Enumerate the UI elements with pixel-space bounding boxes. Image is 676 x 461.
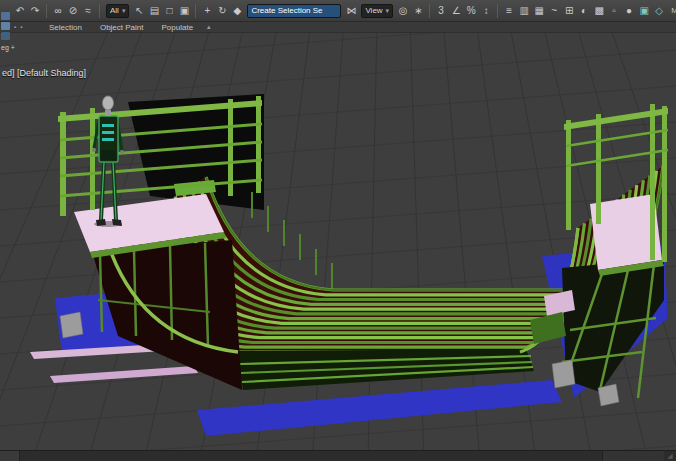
tab-object-paint[interactable]: Object Paint	[91, 22, 153, 33]
status-bar-right-segment	[602, 451, 664, 461]
ribbon-config-icon[interactable]: ▪	[20, 24, 22, 30]
spinner-snap-icon[interactable]: ↕	[479, 3, 493, 19]
left-dock-icon-3[interactable]	[1, 32, 10, 40]
schematic-view-icon[interactable]: ⊞	[562, 3, 576, 19]
render-setup-icon[interactable]: ▩	[592, 3, 606, 19]
ribbon-pin-icon[interactable]: ▪	[14, 24, 16, 30]
window-crossing-icon[interactable]: ▣	[177, 3, 191, 19]
toolbar-separator	[99, 4, 100, 18]
plugin-label: Max Tbx 2.0	[671, 6, 676, 15]
select-by-name-icon[interactable]: ▤	[147, 3, 161, 19]
toolbar-separator	[46, 4, 47, 18]
mirror-icon[interactable]: ⋈	[344, 3, 358, 19]
select-and-move-icon[interactable]: +	[200, 3, 214, 19]
viewport-shading-label[interactable]: ed] [Default Shading]	[2, 68, 86, 78]
ribbon-minimize-icon[interactable]: ▴	[202, 23, 216, 31]
left-dock-icon-2[interactable]	[1, 22, 10, 30]
tab-selection[interactable]: Selection	[40, 22, 91, 33]
left-dock-label: eg +	[1, 44, 11, 51]
toolbar-right-cluster: ▣ ◇ Max Tbx 2.0 ▾ ●	[637, 3, 676, 19]
rectangular-selection-icon[interactable]: □	[162, 3, 176, 19]
status-bar-left-segment[interactable]	[0, 451, 20, 461]
chevron-down-icon: ▾	[386, 7, 390, 15]
application-window: ↶ ↷ ∞ ⊘ ≈ All ▾ ↖ ▤ □ ▣ + ↻ ◆ Create Sel…	[0, 0, 676, 461]
select-object-icon[interactable]: ↖	[132, 3, 146, 19]
main-toolbar: ↶ ↷ ∞ ⊘ ≈ All ▾ ↖ ▤ □ ▣ + ↻ ◆ Create Sel…	[0, 0, 676, 22]
layer-manager-icon[interactable]: ▥	[517, 3, 531, 19]
curve-editor-icon[interactable]: ~	[547, 3, 561, 19]
render-icon[interactable]: ●	[622, 3, 636, 19]
material-editor-icon[interactable]: ◐	[577, 3, 591, 19]
redo-icon[interactable]: ↷	[28, 3, 42, 19]
select-and-manipulate-icon[interactable]: ∗	[411, 3, 425, 19]
use-pivot-point-icon[interactable]: ◎	[396, 3, 410, 19]
viewport-canvas[interactable]	[0, 0, 676, 461]
ribbon-tab-bar: ▪ ▪ Selection Object Paint Populate ▴	[0, 22, 676, 33]
toolbar-separator	[429, 4, 430, 18]
named-selection-sets-field[interactable]: Create Selection Se	[247, 4, 341, 18]
snap-toggle-icon[interactable]: 3	[434, 3, 448, 19]
utilities-icon[interactable]: ◇	[652, 3, 666, 19]
align-icon[interactable]: ≡	[502, 3, 516, 19]
selection-filter-value: All	[110, 6, 119, 15]
status-bar: ◢	[0, 450, 676, 461]
percent-snap-icon[interactable]: %	[464, 3, 478, 19]
named-selection-sets-value: Create Selection Se	[251, 6, 322, 15]
bind-to-space-warp-icon[interactable]: ≈	[81, 3, 95, 19]
reference-coordinate-value: View	[365, 6, 382, 15]
unlink-selection-icon[interactable]: ⊘	[66, 3, 80, 19]
ribbon-toggle-icon[interactable]: ▦	[532, 3, 546, 19]
left-dock: eg +	[1, 12, 11, 51]
rendered-frame-icon[interactable]: ▫	[607, 3, 621, 19]
angle-snap-icon[interactable]: ∠	[449, 3, 463, 19]
toolbar-separator	[497, 4, 498, 18]
tab-populate[interactable]: Populate	[153, 22, 203, 33]
base-block-left[interactable]	[60, 312, 83, 338]
toolbar-separator	[195, 4, 196, 18]
resize-grip-icon[interactable]: ◢	[664, 451, 676, 461]
status-bar-prompt-area	[20, 451, 602, 461]
select-and-link-icon[interactable]: ∞	[51, 3, 65, 19]
left-dock-icon-1[interactable]	[1, 12, 10, 20]
select-and-rotate-icon[interactable]: ↻	[215, 3, 229, 19]
selection-filter-dropdown[interactable]: All ▾	[106, 4, 129, 18]
undo-icon[interactable]: ↶	[13, 3, 27, 19]
select-and-scale-icon[interactable]: ◆	[230, 3, 244, 19]
chevron-down-icon: ▾	[122, 7, 126, 15]
reference-coordinate-dropdown[interactable]: View ▾	[361, 4, 393, 18]
workspace-icon[interactable]: ▣	[637, 3, 651, 19]
